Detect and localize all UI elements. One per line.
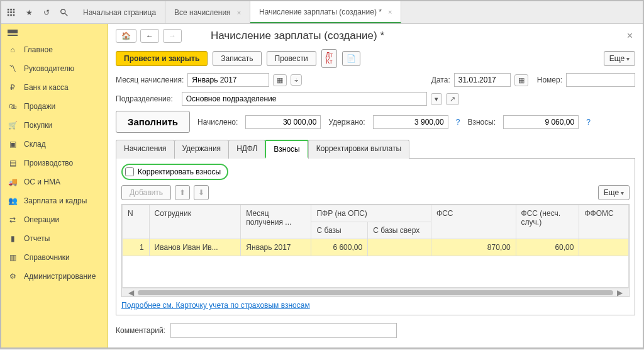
accrued-label: Начислено:	[197, 118, 238, 127]
app-tab-current[interactable]: Начисление зарплаты (создание) *×	[250, 1, 401, 23]
move-down-button[interactable]: ⬇	[194, 185, 209, 200]
svg-rect-6	[8, 14, 9, 16]
gear-icon: ⚙	[8, 271, 18, 281]
comment-label: Комментарий:	[116, 326, 165, 335]
chart-icon: ▮	[8, 234, 18, 244]
sidebar-item-operations[interactable]: ⇄Операции	[1, 210, 108, 229]
col-n: N	[123, 205, 150, 239]
sidebar-item-bank[interactable]: ₽Банк и касса	[1, 78, 108, 97]
svg-line-10	[65, 13, 67, 15]
accrued-value: 30 000,00	[245, 115, 321, 129]
tab-accruals[interactable]: Начисления	[116, 140, 175, 159]
tab-ndfl[interactable]: НДФЛ	[228, 140, 265, 159]
close-icon[interactable]: ×	[388, 8, 392, 16]
sidebar-item-main[interactable]: ⌂Главное	[1, 40, 108, 59]
month-input[interactable]	[187, 73, 269, 87]
forward-button[interactable]: →	[163, 29, 182, 43]
ruble-icon: ₽	[8, 82, 18, 93]
calendar-icon[interactable]: ▦	[273, 74, 287, 86]
col-pfr-base: С базы	[311, 222, 368, 239]
star-icon[interactable]: ★	[23, 6, 35, 19]
footer-link[interactable]: Подробнее см. Карточку учета по страховы…	[121, 301, 310, 310]
tab-withholdings[interactable]: Удержания	[174, 140, 230, 159]
app-tab-home[interactable]: Начальная страница	[74, 1, 165, 23]
sidebar-item-admin[interactable]: ⚙Администрирование	[1, 267, 108, 286]
print-button[interactable]: 📄	[342, 51, 360, 66]
move-up-button[interactable]: ⬆	[175, 185, 190, 200]
cell-employee: Иванов Иван Ив...	[149, 239, 241, 256]
svg-rect-1	[10, 8, 12, 10]
checkbox-icon[interactable]	[125, 167, 134, 176]
table-more-button[interactable]: Еще	[598, 185, 630, 200]
sidebar-item-assets[interactable]: 🚚ОС и НМА	[1, 172, 108, 191]
ops-icon: ⇄	[8, 215, 18, 225]
bag-icon: 🛍	[8, 101, 18, 111]
sidebar-item-catalogs[interactable]: ▥Справочники	[1, 248, 108, 267]
post-and-close-button[interactable]: Провести и закрыть	[116, 51, 208, 66]
trend-icon: 〽	[8, 64, 18, 74]
boxes-icon: ▣	[8, 139, 18, 149]
open-icon[interactable]: ↗	[446, 93, 459, 105]
truck-icon: 🚚	[8, 177, 18, 187]
col-month: Месяц получения ...	[241, 205, 311, 239]
close-icon[interactable]: ×	[237, 9, 241, 16]
stepper-icon[interactable]: ÷	[291, 74, 302, 86]
factory-icon: ▤	[8, 158, 18, 168]
cell-ffoms	[579, 239, 629, 256]
tab-corrections[interactable]: Корректировки выплаты	[308, 140, 409, 159]
sidebar-item-manager[interactable]: 〽Руководителю	[1, 59, 108, 78]
date-input[interactable]	[454, 73, 511, 87]
close-page-button[interactable]: ×	[625, 30, 635, 42]
write-button[interactable]: Записать	[213, 51, 261, 66]
help-icon[interactable]: ?	[456, 118, 460, 127]
more-button[interactable]: Еще	[604, 51, 635, 66]
svg-rect-7	[10, 14, 12, 16]
home-button[interactable]: 🏠	[116, 29, 136, 43]
search-icon[interactable]	[58, 6, 70, 19]
col-fss-acc: ФСС (несч. случ.)	[516, 205, 579, 239]
correct-contrib-checkbox[interactable]: Корректировать взносы	[121, 164, 228, 180]
tab-contributions[interactable]: Взносы	[265, 140, 308, 159]
comment-input[interactable]	[170, 323, 397, 338]
sidebar-item-warehouse[interactable]: ▣Склад	[1, 135, 108, 154]
dropdown-icon[interactable]: ▾	[431, 93, 442, 105]
col-ffoms: ФФОМС	[579, 205, 629, 239]
dt-kt-button[interactable]: ДтКт	[321, 49, 337, 68]
date-picker-icon[interactable]: ▦	[514, 74, 528, 86]
contrib-table: N Сотрудник Месяц получения ... ПФР (на …	[121, 204, 630, 297]
sidebar-item-sales[interactable]: 🛍Продажи	[1, 97, 108, 116]
add-button[interactable]: Добавить	[121, 185, 171, 200]
history-icon[interactable]: ↺	[40, 6, 53, 19]
number-input[interactable]	[566, 73, 635, 87]
horizontal-scrollbar[interactable]: ◀▶	[122, 288, 629, 296]
contrib-label: Взносы:	[467, 118, 496, 127]
menu-toggle-icon[interactable]	[1, 24, 108, 40]
svg-rect-8	[13, 14, 15, 16]
cell-month: Январь 2017	[241, 239, 311, 256]
sidebar-item-purchases[interactable]: 🛒Покупки	[1, 116, 108, 135]
table-row[interactable]: 1 Иванов Иван Ив... Январь 2017 6 600,00…	[123, 239, 629, 256]
post-button[interactable]: Провести	[267, 51, 316, 66]
sidebar-item-reports[interactable]: ▮Отчеты	[1, 229, 108, 248]
withheld-value: 3 900,00	[373, 115, 448, 129]
col-pfr: ПФР (на ОПС)	[311, 205, 431, 222]
withheld-label: Удержано:	[328, 118, 365, 127]
cell-pfr-over	[368, 239, 431, 256]
people-icon: 👥	[8, 196, 18, 206]
home-icon: ⌂	[8, 45, 18, 55]
col-pfr-over: С базы сверх	[368, 222, 431, 239]
back-button[interactable]: ←	[140, 29, 159, 43]
apps-grid-icon[interactable]	[5, 6, 18, 19]
sidebar-item-production[interactable]: ▤Производство	[1, 154, 108, 172]
sidebar-item-salary[interactable]: 👥Зарплата и кадры	[1, 191, 108, 210]
dept-label: Подразделение:	[116, 94, 173, 103]
number-label: Номер:	[537, 76, 562, 84]
fill-button[interactable]: Заполнить	[116, 111, 190, 133]
dept-input[interactable]	[182, 92, 427, 106]
date-label: Дата:	[431, 76, 450, 84]
cart-icon: 🛒	[8, 120, 18, 130]
svg-rect-0	[8, 8, 9, 10]
contrib-value: 9 060,00	[503, 115, 579, 129]
app-tab-all[interactable]: Все начисления×	[165, 1, 250, 23]
help-icon[interactable]: ?	[586, 118, 591, 127]
